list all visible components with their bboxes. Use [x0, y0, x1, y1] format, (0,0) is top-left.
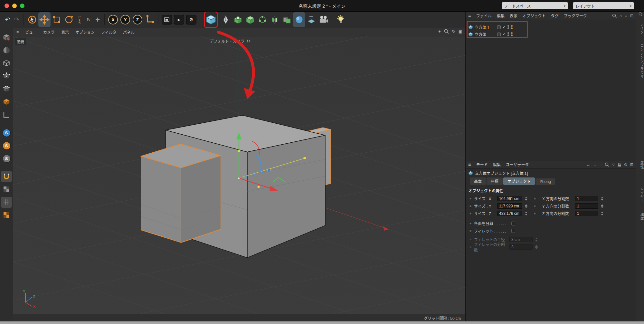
light-tool[interactable]	[335, 12, 347, 27]
render-dots-icon[interactable]	[511, 25, 513, 29]
grid-snap-button[interactable]	[1, 197, 12, 208]
size-y-input[interactable]: 117.929 cm	[497, 203, 522, 209]
viewport-menu-icon[interactable]: ≡	[16, 30, 19, 34]
am-menu-edit[interactable]: 編集	[493, 162, 501, 167]
om-menu-edit[interactable]: 編集	[497, 13, 505, 18]
filter-icon[interactable]: ▽	[625, 14, 627, 18]
om-menu-bookmarks[interactable]: ブックマーク	[564, 13, 587, 18]
viewport-canvas[interactable]: 透視 デフォルト・カメラ Y Z X	[13, 36, 465, 314]
snap-2d-button[interactable]: S	[1, 140, 12, 151]
enabled-check-icon[interactable]: ✓	[503, 32, 506, 36]
segments-z-input[interactable]: 1	[575, 211, 598, 216]
symmetry-tool[interactable]	[269, 12, 281, 27]
polygons-mode-button[interactable]	[1, 96, 12, 107]
size-z-input[interactable]: 433.176 cm	[497, 211, 522, 216]
om-menu-view[interactable]: 表示	[510, 13, 517, 18]
spinner[interactable]	[525, 212, 527, 215]
render-settings-button[interactable]: ⚙	[185, 12, 197, 27]
spinner[interactable]	[525, 197, 527, 201]
grid-view-icon[interactable]: ⊞	[630, 14, 633, 18]
back-arrow-icon[interactable]: ←	[586, 162, 590, 167]
pen-spline-tool[interactable]	[220, 12, 232, 27]
viewport-menu-view[interactable]: ビュー	[25, 29, 37, 35]
anim-circle-icon[interactable]	[469, 229, 472, 233]
dock-tab-structure[interactable]: 構成	[636, 213, 644, 221]
om-menu-objects[interactable]: オブジェクト	[523, 13, 546, 18]
cube-primitive-tool[interactable]	[205, 12, 217, 27]
panel-menu-icon[interactable]: ≡	[468, 13, 471, 18]
points-mode-button[interactable]	[1, 71, 12, 81]
spinner[interactable]	[601, 212, 603, 215]
dock-tab-attributes[interactable]: 属性	[636, 161, 644, 169]
snap-off-button[interactable]: S	[1, 153, 12, 164]
tab-coordinates[interactable]: 座標	[487, 177, 503, 185]
spinner[interactable]	[525, 204, 527, 208]
viewport-menu-camera[interactable]: カメラ	[43, 29, 55, 35]
viewport-menu-filter[interactable]: フィルタ	[101, 29, 117, 35]
redo-button[interactable]: ↷	[12, 12, 21, 27]
am-menu-userdata[interactable]: ユーザデータ	[506, 162, 529, 167]
deformer-tool[interactable]	[293, 12, 305, 27]
home-icon[interactable]: ⌂	[620, 14, 622, 18]
camera-tool[interactable]	[317, 12, 330, 27]
close-window-button[interactable]	[5, 4, 9, 8]
workplane-mode-button[interactable]	[1, 109, 12, 120]
render-dots-icon[interactable]	[511, 32, 513, 36]
rotate-view-tool[interactable]: ↻	[84, 12, 93, 27]
dock-tab-take[interactable]: テイク	[636, 23, 644, 34]
undo-button[interactable]: ↶	[3, 12, 12, 27]
scale-tool[interactable]	[51, 12, 63, 27]
lock-y-axis-button[interactable]: Y	[119, 12, 131, 27]
anim-circle-icon[interactable]	[469, 197, 472, 200]
model-mode-button[interactable]	[1, 32, 12, 43]
viewport-menu-panel[interactable]: パネル	[123, 29, 135, 35]
om-menu-file[interactable]: ファイル	[476, 13, 492, 18]
anim-circle-icon[interactable]	[469, 205, 472, 208]
snap-3d-button[interactable]: S	[1, 127, 12, 138]
enable-snap-button[interactable]	[1, 171, 12, 182]
enabled-check-icon[interactable]: ✓	[503, 25, 506, 29]
dock-tab-content-browser[interactable]: コンテンツブラウザ	[636, 44, 644, 79]
psr-tool[interactable]: P S R	[75, 12, 84, 27]
zoom-view-icon[interactable]	[444, 29, 449, 34]
anim-circle-icon[interactable]	[533, 205, 536, 208]
am-menu-mode[interactable]: モード	[476, 162, 488, 167]
maximize-view-icon[interactable]: ▣	[459, 29, 462, 34]
visibility-square-icon[interactable]	[497, 33, 501, 36]
search-icon[interactable]	[639, 12, 642, 16]
object-name[interactable]: 立方体	[475, 32, 495, 37]
anim-circle-icon[interactable]	[533, 197, 536, 200]
tab-basic[interactable]: 基本	[470, 177, 486, 185]
anim-circle-icon[interactable]	[469, 212, 472, 215]
array-tool[interactable]	[256, 12, 269, 27]
quantize-button[interactable]	[1, 184, 12, 195]
lock-z-axis-button[interactable]: Z	[131, 12, 144, 27]
zoom-window-button[interactable]	[20, 4, 24, 8]
selected-cube-front[interactable]	[141, 144, 221, 243]
minimize-window-button[interactable]	[12, 4, 17, 8]
spinner[interactable]	[601, 197, 603, 201]
orbit-view-icon[interactable]: ↻	[452, 29, 455, 34]
workplane-snap-button[interactable]	[1, 210, 12, 221]
render-view-button[interactable]	[161, 12, 173, 27]
object-axis-mode-button[interactable]	[1, 58, 12, 69]
tab-phong[interactable]: Phong	[535, 178, 555, 185]
layout-dropdown[interactable]: レイアウト ▾	[573, 2, 634, 9]
object-row[interactable]: 立方体.1 ✓	[466, 24, 636, 31]
anim-circle-icon[interactable]	[469, 222, 472, 225]
generator-tool[interactable]	[244, 12, 256, 27]
subdivision-surface-tool[interactable]	[232, 12, 244, 27]
edges-mode-button[interactable]	[1, 83, 12, 94]
live-selection-tool[interactable]	[26, 12, 38, 27]
forward-arrow-icon[interactable]: →	[593, 162, 597, 167]
up-arrow-icon[interactable]: ↑	[600, 162, 602, 167]
search-icon[interactable]	[605, 162, 609, 167]
object-name[interactable]: 立方体.1	[475, 24, 495, 30]
search-icon[interactable]	[612, 14, 617, 18]
om-menu-tags[interactable]: タグ	[551, 13, 559, 18]
segments-x-input[interactable]: 1	[575, 196, 598, 201]
fillet-checkbox[interactable]	[511, 229, 515, 233]
lock-x-axis-button[interactable]: X	[107, 12, 119, 27]
size-x-input[interactable]: 104.961 cm	[497, 196, 522, 201]
rotate-tool[interactable]	[63, 12, 75, 27]
